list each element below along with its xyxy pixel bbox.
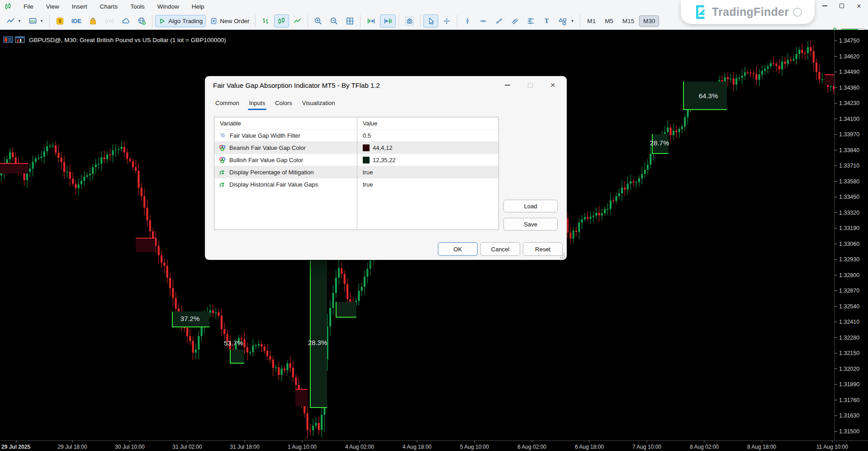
main-menu: FileViewInsertChartsToolsWindowHelp: [17, 2, 211, 11]
svg-text:6 Aug 18:00: 6 Aug 18:00: [575, 444, 604, 450]
cloud-button[interactable]: [119, 14, 133, 28]
param-row-4[interactable]: Display Percentage of Mitigationtrue: [214, 166, 498, 178]
menu-help[interactable]: Help: [185, 2, 211, 11]
timeframe-m5-button[interactable]: M5: [601, 15, 617, 27]
window-close-button[interactable]: ✕: [853, 1, 865, 11]
dialog-titlebar[interactable]: Fair Value Gap Absorption Indicator MT5 …: [205, 76, 567, 94]
indicator-list-dropdown-icon[interactable]: ▼: [18, 19, 21, 23]
cloud-icon: [122, 17, 130, 25]
chart-template-dropdown-icon[interactable]: ▼: [40, 19, 43, 23]
equidistant-channel-icon: [511, 17, 519, 25]
param-row-3[interactable]: Bullish Fair Value Gap Color12,35,22: [214, 154, 498, 166]
zoom-out-button[interactable]: [327, 14, 342, 28]
color-swatch: [363, 144, 370, 151]
menu-view[interactable]: View: [40, 2, 66, 11]
svg-text:$: $: [58, 18, 62, 24]
dialog-minimize-button[interactable]: [501, 80, 514, 91]
mt5-window: FileViewInsertChartsToolsWindowHelp ✕ ▼▼…: [0, 0, 868, 451]
svg-text:1.33320: 1.33320: [839, 210, 859, 216]
ok-button[interactable]: OK: [438, 242, 478, 256]
timeframe-m1-button[interactable]: M1: [583, 15, 600, 27]
svg-text:64.3%: 64.3%: [699, 92, 718, 100]
param-label: Display Historical Fair Value Gaps: [229, 181, 318, 188]
screenshot-button[interactable]: [402, 14, 417, 28]
shapes-dropdown-icon[interactable]: ▼: [570, 19, 574, 23]
svg-text:1.32930: 1.32930: [839, 256, 859, 263]
tab-common[interactable]: Common: [210, 96, 244, 111]
new-order-button[interactable]: New Order: [207, 15, 252, 27]
equidistant-channel-button[interactable]: [508, 14, 522, 28]
window-controls: ✕: [818, 1, 865, 11]
ide-button[interactable]: IDE: [68, 15, 85, 27]
param-value-cell[interactable]: true: [357, 181, 373, 188]
load-button[interactable]: Load: [503, 200, 558, 212]
shapes-button[interactable]: ▼: [555, 14, 577, 28]
toolbar-separator: [457, 15, 457, 27]
brand-name: TradingFinder: [712, 5, 789, 19]
tile-windows-button[interactable]: [342, 14, 357, 28]
table-header-row: Variable Value: [214, 117, 498, 129]
svg-text:1.33840: 1.33840: [839, 147, 859, 154]
timeframe-m30-button[interactable]: M30: [639, 15, 659, 27]
chart-shift-button[interactable]: [380, 14, 396, 28]
fibonacci-button[interactable]: [523, 14, 538, 28]
auto-scroll-icon: [366, 17, 376, 25]
svg-text:6 Aug 02:00: 6 Aug 02:00: [517, 444, 546, 450]
menu-window[interactable]: Window: [151, 2, 185, 11]
vertical-line-button[interactable]: [460, 14, 475, 28]
svg-text:1.32280: 1.32280: [839, 335, 859, 341]
param-label: Display Percentage of Mitigation: [229, 169, 313, 176]
param-row-1[interactable]: ½Fair Value Gap Width Filter0.5: [214, 129, 498, 141]
text-tool-button[interactable]: T: [539, 14, 554, 28]
param-value-cell[interactable]: 0.5: [357, 132, 371, 139]
trendline-button[interactable]: [492, 14, 507, 28]
market-store-button[interactable]: [85, 14, 100, 28]
svg-text:30 Jul 10:00: 30 Jul 10:00: [115, 444, 145, 450]
tab-inputs[interactable]: Inputs: [244, 96, 270, 111]
param-value-cell[interactable]: 12,35,22: [357, 157, 396, 163]
reset-button[interactable]: Reset: [523, 242, 563, 256]
tab-visualization[interactable]: Visualization: [297, 96, 340, 111]
cancel-button[interactable]: Cancel: [480, 242, 520, 256]
svg-text:T: T: [545, 17, 549, 24]
param-row-2[interactable]: Bearish Fair Value Gap Color44,4,12: [214, 141, 498, 154]
menu-file[interactable]: File: [17, 2, 40, 11]
chart-template-button[interactable]: ▼: [25, 14, 47, 28]
bars-chart-button[interactable]: [258, 14, 273, 28]
algo-trading-button[interactable]: Algo Trading: [155, 15, 206, 27]
dialog-maximize-button[interactable]: [523, 80, 537, 91]
crosshair-button[interactable]: [439, 14, 454, 28]
line-chart-button[interactable]: [290, 14, 305, 28]
menu-tools[interactable]: Tools: [124, 2, 151, 11]
param-value-cell[interactable]: 44,4,12: [357, 144, 392, 151]
window-restore-button[interactable]: [835, 1, 848, 11]
horizontal-line-button[interactable]: [476, 14, 491, 28]
param-value-cell[interactable]: true: [357, 169, 373, 176]
auto-scroll-button[interactable]: [363, 14, 379, 28]
cursor-button[interactable]: [423, 14, 438, 28]
tradingfinder-logo-icon: [693, 5, 708, 20]
candles-chart-button[interactable]: [274, 14, 289, 28]
cursor-icon: [427, 17, 435, 25]
dialog-resize-grip[interactable]: [559, 253, 565, 259]
window-minimize-button[interactable]: [818, 1, 831, 11]
tab-colors[interactable]: Colors: [270, 96, 297, 111]
table-header-value: Value: [357, 120, 377, 127]
svg-text:11 Aug 10:00: 11 Aug 10:00: [816, 444, 848, 450]
menu-charts[interactable]: Charts: [94, 2, 124, 11]
dialog-close-button[interactable]: ✕: [546, 80, 560, 91]
svg-text:1.33060: 1.33060: [839, 241, 859, 247]
symbol-dollar-button[interactable]: $: [52, 14, 67, 28]
svg-text:1.33190: 1.33190: [839, 225, 859, 231]
param-value: 0.5: [363, 132, 371, 139]
save-button[interactable]: Save: [503, 218, 558, 230]
menu-insert[interactable]: Insert: [66, 2, 94, 11]
signals-button[interactable]: [101, 14, 118, 28]
timeframe-m15-button[interactable]: M15: [618, 15, 638, 27]
svg-text:1.34750: 1.34750: [839, 38, 859, 44]
zoom-in-button[interactable]: [311, 14, 326, 28]
input-arrows-icon: [219, 181, 226, 188]
web-services-button[interactable]: [134, 14, 149, 28]
param-row-5[interactable]: Display Historical Fair Value Gapstrue: [214, 178, 498, 190]
indicator-list-button[interactable]: ▼: [3, 14, 24, 28]
